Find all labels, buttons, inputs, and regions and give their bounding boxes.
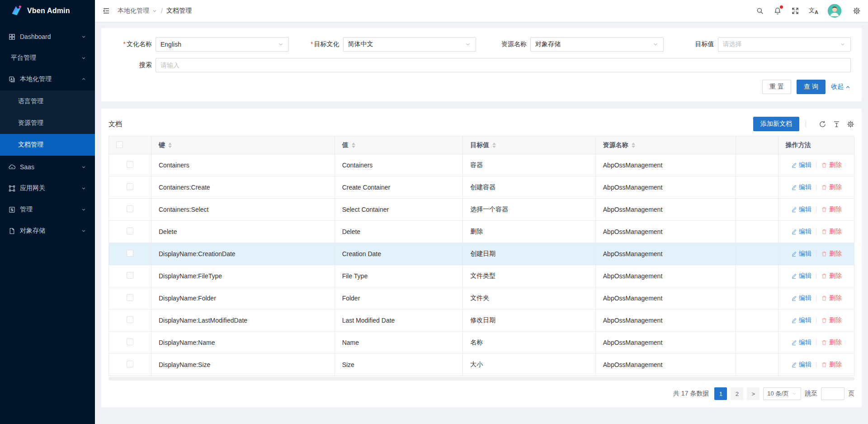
trash-icon (821, 339, 827, 346)
row-checkbox[interactable] (127, 361, 133, 367)
sidebar-item-language-management[interactable]: 语言管理 (0, 91, 95, 112)
sidebar-item-resource-management[interactable]: 资源管理 (0, 112, 95, 134)
collapse-link[interactable]: 收起 (831, 83, 851, 91)
delete-button[interactable]: 删除 (821, 316, 842, 324)
avatar[interactable] (828, 4, 841, 18)
sidebar-item-dashboard[interactable]: Dashboard (0, 27, 95, 47)
edit-button[interactable]: 编辑 (791, 361, 811, 369)
sort-icon[interactable] (492, 143, 496, 148)
sidebar-item-localization[interactable]: 本地化管理 (0, 69, 95, 89)
sidebar-item-label: 本地化管理 (20, 75, 80, 83)
refresh-icon[interactable] (819, 120, 826, 128)
search-icon[interactable] (756, 7, 764, 15)
delete-button[interactable]: 删除 (821, 338, 842, 347)
delete-button[interactable]: 删除 (821, 361, 842, 369)
edit-button[interactable]: 编辑 (791, 294, 811, 302)
column-header-key[interactable]: 键 (159, 141, 165, 149)
table-row[interactable]: DisplayName:Name Name 名称 AbpOssManagemen… (109, 332, 854, 354)
row-checkbox[interactable] (127, 294, 133, 301)
row-checkbox[interactable] (127, 316, 133, 323)
gear-icon[interactable] (853, 7, 861, 15)
select-all-checkbox[interactable] (116, 141, 123, 148)
sort-icon[interactable] (168, 143, 172, 148)
bell-icon[interactable] (774, 7, 782, 15)
row-checkbox[interactable] (127, 272, 133, 279)
row-checkbox[interactable] (127, 205, 133, 212)
gear-icon[interactable] (847, 120, 854, 128)
delete-button[interactable]: 删除 (821, 272, 842, 280)
sidebar-item-document-management[interactable]: 文档管理 (0, 134, 95, 156)
delete-button[interactable]: 删除 (821, 228, 842, 236)
table-row[interactable]: Containers Containers 容器 AbpOssManagemen… (109, 154, 854, 176)
target-culture-select[interactable]: 简体中文 (343, 37, 476, 52)
documents-table: 键 值 目标值 资源名称 操作方法 Containers Containers … (108, 136, 854, 376)
edit-button[interactable]: 编辑 (791, 338, 811, 347)
pen-icon (791, 251, 797, 257)
edit-button[interactable]: 编辑 (791, 161, 811, 169)
fullscreen-icon[interactable] (791, 7, 799, 15)
sidebar-item-object-storage[interactable]: 对象存储 (0, 221, 95, 241)
add-document-button[interactable]: 添加新文档 (753, 117, 799, 131)
delete-button[interactable]: 删除 (821, 250, 842, 258)
table-row[interactable]: Containers:Create Create Container 创建容器 … (109, 176, 854, 199)
delete-button[interactable]: 删除 (821, 205, 842, 214)
filter-panel: *文化名称 English *目标文化 简体中文 资源名称 对象存储 目标值 请… (101, 28, 862, 101)
sort-icon[interactable] (632, 143, 635, 148)
sort-icon[interactable] (352, 143, 355, 148)
delete-button[interactable]: 删除 (821, 183, 842, 191)
resource-name-select[interactable]: 对象存储 (530, 37, 664, 52)
sidebar-fold-icon[interactable] (102, 7, 110, 15)
table-row[interactable]: Containers:Select Select Container 选择一个容… (109, 199, 854, 221)
sidebar-item-platform[interactable]: 平台管理 (0, 48, 95, 68)
cell-target-value: 容器 (470, 161, 483, 168)
table-row[interactable]: DisplayName:Size Size 大小 AbpOssManagemen… (109, 354, 854, 376)
table-row[interactable]: DisplayName:Folder Folder 文件夹 AbpOssMana… (109, 287, 854, 310)
pen-icon (791, 273, 797, 279)
chevron-down-icon (80, 55, 87, 61)
pagination-next-button[interactable]: > (747, 387, 760, 400)
edit-button[interactable]: 编辑 (791, 228, 811, 236)
sidebar-item-saas[interactable]: Saas (0, 157, 95, 177)
translate-icon[interactable]: 文A (809, 7, 818, 15)
trash-icon (821, 184, 827, 191)
page-size-select[interactable]: 10 条/页 (763, 387, 801, 400)
delete-button[interactable]: 删除 (821, 161, 842, 169)
table-row[interactable]: Delete Delete 删除 AbpOssManagement 编辑 删除 (109, 221, 854, 243)
target-value-select[interactable]: 请选择 (718, 37, 851, 52)
row-checkbox[interactable] (127, 228, 133, 234)
edit-button[interactable]: 编辑 (791, 205, 811, 214)
column-header-value[interactable]: 值 (342, 141, 349, 149)
app-logo[interactable]: Vben Admin (0, 0, 95, 22)
row-checkbox[interactable] (127, 161, 133, 168)
target-value-label: 目标值 (675, 40, 718, 48)
reset-button[interactable]: 重 置 (762, 80, 791, 94)
chevron-up-icon (845, 84, 851, 90)
table-row[interactable]: DisplayName:LastModifiedDate Last Modifi… (109, 310, 854, 332)
query-button[interactable]: 查 询 (797, 80, 826, 94)
manage-icon (8, 206, 16, 214)
table-row[interactable]: DisplayName:FileType File Type 文件类型 AbpO… (109, 265, 854, 287)
row-checkbox[interactable] (127, 183, 133, 190)
column-header-resource-name[interactable]: 资源名称 (603, 141, 628, 149)
chevron-down-icon (465, 41, 471, 48)
pagination-page-2[interactable]: 2 (731, 387, 743, 400)
row-checkbox[interactable] (127, 338, 133, 345)
column-header-target-value[interactable]: 目标值 (470, 141, 489, 149)
cell-value: Containers (342, 162, 373, 169)
table-row[interactable]: DisplayName:CreationDate Creation Date 创… (109, 243, 854, 265)
culture-name-select[interactable]: English (156, 37, 289, 52)
pagination-page-1[interactable]: 1 (714, 387, 727, 400)
breadcrumb-parent[interactable]: 本地化管理 (118, 7, 149, 15)
row-checkbox[interactable] (127, 250, 133, 257)
edit-button[interactable]: 编辑 (791, 250, 811, 258)
edit-button[interactable]: 编辑 (791, 183, 811, 191)
row-height-icon[interactable] (833, 120, 840, 128)
sidebar-item-gateway[interactable]: 应用网关 (0, 178, 95, 198)
edit-button[interactable]: 编辑 (791, 316, 811, 324)
horizontal-scrollbar[interactable] (108, 377, 854, 381)
search-input[interactable] (156, 58, 851, 72)
edit-button[interactable]: 编辑 (791, 272, 811, 280)
sidebar-item-management[interactable]: 管理 (0, 200, 95, 219)
jump-page-input[interactable] (821, 387, 844, 400)
delete-button[interactable]: 删除 (821, 294, 842, 302)
